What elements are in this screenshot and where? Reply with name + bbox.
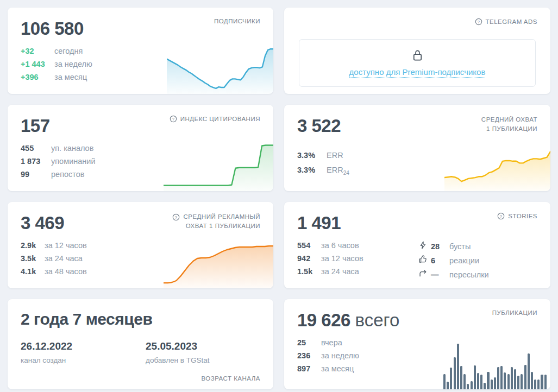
channel-age-dates: 26.12.2022 канал создан 25.05.2023 добав…	[21, 340, 260, 364]
date-label: добавлен в TGStat	[146, 356, 271, 364]
citation-index-card-title-label: ИНДЕКС ЦИТИРОВАНИЯ	[180, 116, 260, 122]
avg-reach-card: СРЕДНИЙ ОХВАТ 1 ПУБЛИКАЦИИ 3 522 3.3% ER…	[284, 105, 550, 191]
stat-label: за 12 часов	[45, 241, 87, 250]
date-value: 26.12.2022	[21, 340, 146, 352]
subscribers-card-title-label: ПОДПИСЧИКИ	[214, 18, 260, 24]
subscribers-card-title: ПОДПИСЧИКИ	[214, 18, 260, 24]
avg-reach-stats: 3.3% ERR 3.3% ERR24	[297, 151, 537, 176]
svg-text:?: ?	[500, 214, 503, 219]
citation-index-card: ? ИНДЕКС ЦИТИРОВАНИЯ 157 455 уп. каналов…	[8, 105, 273, 191]
stories-card-title-label: STORIES	[508, 213, 537, 219]
svg-text:?: ?	[172, 117, 174, 122]
stat-row: +396 за месяц	[21, 73, 260, 81]
stat-value: 897	[297, 364, 321, 373]
stat-row: 1.5k за 24 часа	[297, 267, 419, 276]
stat-row: 1 873 упоминаний	[21, 157, 260, 166]
stat-value: 25	[297, 338, 321, 347]
stat-label: за неделю	[321, 351, 359, 360]
stat-row: 3.5k за 24 часа	[21, 254, 260, 263]
publications-count-suffix: всего	[355, 310, 400, 330]
stat-value: —	[431, 270, 449, 279]
boost-icon	[419, 241, 431, 249]
telegram-ads-card-title-label: TELEGRAM ADS	[486, 18, 537, 25]
stat-label: за 12 часов	[321, 254, 363, 263]
stat-label: за 24 часа	[45, 254, 83, 263]
publications-card-title: ПУБЛИКАЦИИ	[492, 309, 537, 316]
stories-views-column: 554 за 6 часов 942 за 12 часов 1.5k за 2…	[297, 241, 419, 279]
stat-label: вчера	[321, 338, 342, 347]
channel-age-card: 2 года 7 месяцев 26.12.2022 канал создан…	[8, 299, 273, 389]
help-icon[interactable]: ?	[475, 18, 482, 26]
stat-row: 554 за 6 часов	[297, 241, 419, 250]
forward-icon	[419, 269, 431, 277]
citation-index-stats: 455 уп. каналов 1 873 упоминаний 99 репо…	[21, 144, 260, 179]
channel-age-value: 2 года 7 месяцев	[21, 311, 260, 327]
stat-row: 3.3% ERR	[297, 151, 537, 161]
telegram-ads-card-title: ? TELEGRAM ADS	[475, 18, 537, 26]
help-icon[interactable]: ?	[170, 115, 177, 123]
stat-label: уп. каналов	[51, 144, 93, 153]
date-value: 25.05.2023	[146, 340, 271, 352]
avg-reach-title-line2: 1 ПУБЛИКАЦИИ	[481, 124, 537, 134]
premium-subscribers-link[interactable]: доступно для Premium-подписчиков	[349, 67, 486, 78]
stat-row: 99 репостов	[21, 170, 260, 179]
stat-row: — пересылки	[419, 269, 489, 279]
channel-age-footer-label: ВОЗРАСТ КАНАЛА	[202, 375, 260, 382]
stat-value: 554	[297, 241, 321, 250]
stat-label: за месяц	[54, 73, 87, 81]
subscribers-card: ПОДПИСЧИКИ 106 580 +32 сегодня +1 443 за…	[8, 8, 273, 94]
channel-stats-dashboard: ПОДПИСЧИКИ 106 580 +32 сегодня +1 443 за…	[0, 0, 558, 392]
help-icon[interactable]: ?	[172, 213, 180, 221]
avg-ad-reach-card-title: ? СРЕДНИЙ РЕКЛАМНЫЙ ОХВАТ 1 ПУБЛИКАЦИИ	[172, 212, 260, 231]
stat-label: ERR24	[327, 166, 349, 176]
avg-reach-title-line1: СРЕДНИЙ ОХВАТ	[481, 115, 537, 124]
help-icon[interactable]: ?	[497, 212, 505, 220]
stat-value: 28	[431, 242, 449, 251]
publications-stats: 25 вчера 236 за неделю 897 за месяц	[297, 338, 537, 373]
stat-value: +396	[21, 73, 54, 81]
stat-value: 3.3%	[297, 151, 327, 160]
stat-value: 236	[297, 351, 321, 360]
stat-label: упоминаний	[51, 157, 96, 166]
premium-locked-panel: доступно для Premium-подписчиков	[299, 39, 536, 87]
stat-value: +32	[21, 47, 54, 55]
publications-card: ПУБЛИКАЦИИ 19 626 всего 25 вчера 236 за …	[284, 299, 550, 389]
stat-value: 99	[21, 170, 51, 179]
channel-created-date: 26.12.2022 канал создан	[21, 340, 146, 364]
stat-row: 6 реакции	[419, 255, 489, 265]
stat-label: реакции	[449, 256, 479, 265]
stories-engagement-column: 28 бусты 6 реакции	[419, 241, 489, 279]
stat-label: репостов	[51, 170, 85, 179]
stat-value: 942	[297, 254, 321, 263]
stat-value: +1 443	[21, 60, 54, 68]
stat-label: за месяц	[321, 364, 354, 373]
avg-ad-reach-title-line2: ОХВАТ 1 ПУБЛИКАЦИИ	[172, 222, 260, 231]
stat-row: 942 за 12 часов	[297, 254, 419, 263]
stat-label: за 48 часов	[45, 267, 87, 276]
avg-ad-reach-title-line1: ? СРЕДНИЙ РЕКЛАМНЫЙ	[172, 212, 260, 222]
stat-label: за неделю	[54, 60, 92, 68]
stat-value: 3.3%	[297, 166, 327, 174]
stat-label: ERR	[327, 151, 343, 161]
avg-ad-reach-stats: 2.9k за 12 часов 3.5k за 24 часа 4.1k за…	[21, 241, 260, 276]
citation-index-card-title: ? ИНДЕКС ЦИТИРОВАНИЯ	[170, 115, 260, 123]
stat-row: 25 вчера	[297, 338, 537, 347]
stat-row: 236 за неделю	[297, 351, 537, 360]
stat-row: +32 сегодня	[21, 47, 260, 55]
stat-value: 2.9k	[21, 241, 45, 250]
stat-row: +1 443 за неделю	[21, 60, 260, 68]
avg-ad-reach-card: ? СРЕДНИЙ РЕКЛАМНЫЙ ОХВАТ 1 ПУБЛИКАЦИИ 3…	[8, 202, 273, 288]
stat-label: за 6 часов	[321, 241, 359, 250]
stat-label: пересылки	[449, 270, 489, 279]
svg-text:?: ?	[175, 214, 178, 219]
stat-row: 28 бусты	[419, 241, 489, 251]
like-icon	[419, 255, 431, 263]
stat-value: 6	[431, 256, 449, 265]
date-label: канал создан	[21, 356, 146, 364]
stat-label: за 24 часа	[321, 267, 359, 276]
stat-label: бусты	[449, 242, 471, 251]
telegram-ads-card: ? TELEGRAM ADS доступно для Premium-подп…	[284, 8, 550, 94]
stat-row: 3.3% ERR24	[297, 166, 537, 176]
subscribers-stats: +32 сегодня +1 443 за неделю +396 за мес…	[21, 47, 260, 81]
avg-reach-card-title: СРЕДНИЙ ОХВАТ 1 ПУБЛИКАЦИИ	[481, 115, 537, 134]
